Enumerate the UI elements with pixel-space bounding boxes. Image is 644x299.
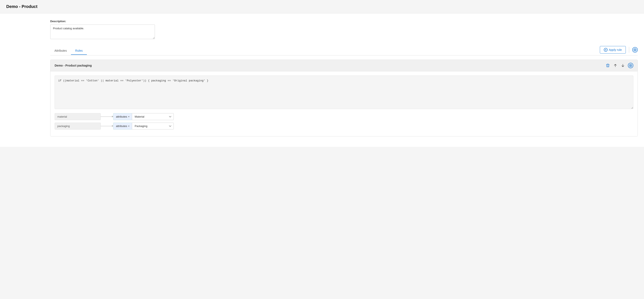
- variable-selects-material: attributes ▾ Material: [113, 113, 174, 120]
- apply-rule-label: Apply rule: [609, 48, 622, 52]
- apply-rule-button[interactable]: + Apply rule: [600, 46, 626, 54]
- select-value-material[interactable]: Material: [132, 113, 174, 120]
- variable-connector-packaging: [101, 126, 113, 126]
- select-type-packaging-label: attributes: [116, 124, 127, 128]
- rule-card-title: Demo - Product packaging: [55, 64, 92, 67]
- description-label: Description:: [50, 20, 638, 23]
- rule-check-icon[interactable]: [628, 63, 633, 68]
- variable-selects-packaging: attributes ▾ Packaging: [113, 122, 174, 130]
- variable-name-material: material: [55, 113, 101, 120]
- delete-rule-icon[interactable]: [605, 63, 610, 68]
- tabs-right: + Apply rule: [600, 46, 638, 55]
- chevron-down-icon-packaging: ▾: [128, 125, 129, 127]
- tab-rules[interactable]: Rules: [71, 47, 87, 55]
- move-up-icon[interactable]: [613, 63, 618, 68]
- variable-name-packaging: packaging: [55, 122, 101, 130]
- select-type-material[interactable]: attributes ▾: [113, 113, 132, 120]
- divider: [629, 47, 629, 53]
- move-down-icon[interactable]: [620, 63, 625, 68]
- rule-card-body: if ((material == 'Cotton' || material ==…: [50, 71, 638, 136]
- page-title: Demo - Product: [6, 4, 638, 9]
- circle-check-icon[interactable]: [632, 47, 638, 52]
- rule-card-actions: [605, 63, 633, 68]
- select-type-material-label: attributes: [116, 115, 127, 118]
- rule-formula-textarea[interactable]: if ((material == 'Cotton' || material ==…: [55, 76, 633, 109]
- variable-row-packaging: packaging attributes ▾ Packaging: [55, 122, 633, 130]
- rule-formula-text: if ((material == 'Cotton' || material ==…: [58, 79, 208, 82]
- chevron-down-icon-material: ▾: [128, 116, 129, 118]
- tabs-left: Attributes Rules: [50, 47, 87, 54]
- rule-card: Demo - Product packaging: [50, 60, 638, 136]
- tab-attributes[interactable]: Attributes: [50, 47, 71, 55]
- plus-circle-icon: +: [604, 48, 608, 52]
- variable-connector-material: [101, 116, 113, 117]
- description-input[interactable]: Product catalog available.: [50, 24, 155, 39]
- rule-card-header: Demo - Product packaging: [50, 60, 638, 71]
- description-section: Description: Product catalog available.: [50, 20, 638, 40]
- tabs-bar: Attributes Rules + Apply rule: [50, 46, 638, 56]
- svg-point-5: [630, 65, 631, 66]
- svg-point-1: [634, 50, 636, 50]
- variable-row-material: material attributes ▾ Material: [55, 113, 633, 120]
- tabs-section: Attributes Rules + Apply rule De: [50, 46, 638, 136]
- select-value-packaging[interactable]: Packaging: [132, 122, 174, 130]
- select-type-packaging[interactable]: attributes ▾: [113, 122, 132, 130]
